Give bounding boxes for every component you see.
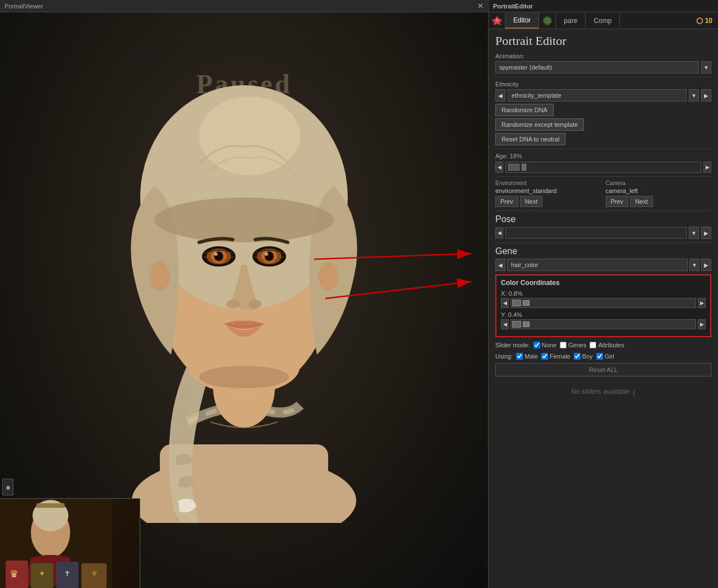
environment-prev-button[interactable]: Prev: [495, 196, 518, 207]
environment-prev-next: Prev Next: [495, 196, 601, 207]
tab-compare[interactable]: pare: [556, 12, 586, 29]
reset-dna-button[interactable]: Reset DNA to neutral: [495, 133, 565, 145]
svg-point-24: [199, 366, 289, 388]
divider-1: [495, 77, 711, 77]
ethnicity-dropdown-row: ◀ ethnicity_template ▼ ▶: [495, 89, 711, 102]
pose-label: Pose: [495, 214, 711, 224]
environment-label: Environment: [495, 180, 601, 186]
age-prev-arrow[interactable]: ◀: [495, 162, 503, 173]
mini-portrait-area: ♛ ✦ ✝ ⚜: [0, 498, 140, 588]
color-coords-title: Color Coordinates: [501, 279, 706, 287]
using-male[interactable]: Male: [516, 353, 538, 360]
action-buttons-row-3: Reset DNA to neutral: [495, 133, 711, 145]
gene-label: Gene: [495, 246, 711, 256]
ethnicity-dropdown-arrow[interactable]: ▼: [689, 89, 699, 102]
no-sliders-message: No sliders available :(: [495, 388, 711, 396]
slider-mode-genes-checkbox[interactable]: [560, 342, 567, 348]
coins-count: 10: [705, 17, 712, 25]
age-slider-thumb: [508, 164, 519, 171]
divider-5: [495, 242, 711, 243]
y-slider-thumb: [512, 321, 521, 328]
x-slider-track[interactable]: [510, 298, 696, 308]
svg-point-22: [150, 262, 170, 290]
y-slider-track[interactable]: [510, 319, 696, 329]
using-label: Using:: [495, 353, 513, 360]
svg-point-20: [226, 300, 240, 309]
animation-select[interactable]: spymaster (default): [495, 61, 699, 74]
close-button[interactable]: ✕: [477, 2, 484, 10]
ethnicity-label: Ethnicity: [495, 81, 711, 88]
animation-label: Animation:: [495, 53, 711, 59]
camera-prev-next: Prev Next: [606, 196, 712, 207]
using-girl[interactable]: Girl: [596, 353, 614, 360]
ethnicity-select[interactable]: ethnicity_template: [508, 89, 687, 102]
using-girl-label: Girl: [605, 353, 614, 360]
slider-mode-genes[interactable]: Genes: [560, 342, 586, 348]
gene-prev-arrow[interactable]: ◀: [495, 259, 505, 271]
gene-select[interactable]: hair_color: [507, 259, 688, 271]
svg-text:✝: ✝: [64, 569, 71, 578]
slider-mode-attributes[interactable]: Attributes: [590, 342, 624, 348]
gene-dropdown-arrow[interactable]: ▼: [689, 259, 699, 271]
tab-icon-2[interactable]: [539, 12, 556, 29]
ethnicity-next-arrow[interactable]: ▶: [701, 89, 711, 102]
x-slider-thumb: [512, 300, 521, 306]
camera-prev-button[interactable]: Prev: [606, 196, 629, 207]
side-icon[interactable]: ◉: [2, 479, 13, 495]
svg-text:⚜: ⚜: [91, 569, 98, 578]
using-male-checkbox[interactable]: [516, 353, 523, 360]
y-coord-slider-row: ◀ ▶: [501, 319, 706, 329]
slider-mode-attributes-checkbox[interactable]: [590, 342, 596, 348]
tab-editor[interactable]: Editor: [505, 12, 539, 29]
using-female-checkbox[interactable]: [541, 353, 548, 360]
age-label: Age: 18%: [495, 153, 711, 159]
tab-icon-gem[interactable]: [489, 12, 505, 29]
camera-label: Camera: [606, 180, 712, 186]
x-next-arrow[interactable]: ▶: [698, 298, 706, 308]
pose-prev-arrow[interactable]: ◀: [495, 227, 503, 238]
camera-next-button[interactable]: Next: [630, 196, 653, 207]
pose-row: ◀ ▼ ▶: [495, 227, 711, 239]
reset-all-button[interactable]: Reset ALL: [495, 363, 711, 376]
ethnicity-section: Ethnicity ◀ ethnicity_template ▼ ▶: [495, 81, 711, 102]
gene-next-arrow[interactable]: ▶: [701, 259, 711, 271]
animation-arrow-down[interactable]: ▼: [701, 61, 711, 74]
svg-point-23: [318, 262, 338, 290]
y-next-arrow[interactable]: ▶: [698, 319, 706, 329]
environment-next-button[interactable]: Next: [520, 196, 543, 207]
age-slider[interactable]: [505, 162, 701, 173]
using-row: Using: Male Female Boy Girl: [495, 353, 711, 360]
randomize-except-button[interactable]: Randomize except template: [495, 118, 584, 131]
pose-dropdown-arrow[interactable]: ▼: [689, 227, 699, 239]
slider-mode-none-checkbox[interactable]: [533, 342, 540, 348]
environment-value: environment_standard: [495, 187, 601, 194]
gene-dropdown-row: ◀ hair_color ▼ ▶: [495, 259, 711, 271]
y-prev-arrow[interactable]: ◀: [501, 319, 509, 329]
color-coords-box: Color Coordinates X: 0.8% ◀ ▶ Y: 0.4% ◀: [495, 274, 711, 337]
age-next-arrow[interactable]: ▶: [703, 162, 711, 173]
divider-4: [495, 210, 711, 211]
tab-comp[interactable]: Comp: [586, 12, 620, 29]
portrait-view: Paused: [0, 12, 488, 588]
panel-title: PortraitEditor: [493, 3, 533, 10]
using-boy-checkbox[interactable]: [574, 353, 581, 360]
using-female[interactable]: Female: [541, 353, 570, 360]
age-slider-marker: [522, 164, 526, 171]
pose-next-arrow[interactable]: ▶: [701, 227, 711, 239]
age-row: ◀ ▶: [495, 162, 711, 173]
using-boy[interactable]: Boy: [574, 353, 593, 360]
portrait-viewer-title: PortraitViewer: [4, 3, 43, 10]
env-camera-section: Environment environment_standard Prev Ne…: [495, 180, 711, 207]
divider-3: [495, 176, 711, 177]
right-panel: PortraitEditor Editor pare Comp ⬡ 10: [488, 0, 718, 588]
randomize-dna-button[interactable]: Randomize DNA: [495, 104, 554, 116]
ethnicity-prev-arrow[interactable]: ◀: [495, 89, 505, 102]
pose-slider[interactable]: [505, 227, 687, 238]
svg-point-19: [265, 252, 268, 256]
slider-mode-none[interactable]: None: [533, 342, 556, 348]
using-girl-checkbox[interactable]: [596, 353, 603, 360]
x-prev-arrow[interactable]: ◀: [501, 298, 509, 308]
panel-content: Portrait Editor Animation: spymaster (de…: [489, 29, 718, 588]
svg-point-44: [546, 20, 549, 22]
svg-point-21: [248, 300, 262, 309]
